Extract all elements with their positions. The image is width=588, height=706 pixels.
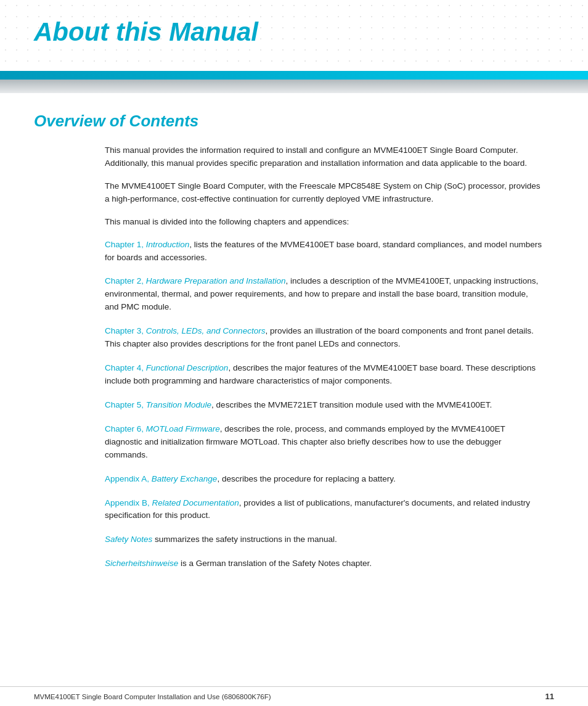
chapter-prefix-0: Chapter 1,: [105, 240, 146, 249]
chapter-entry-6: Appendix A, Battery Exchange, describes …: [105, 473, 542, 486]
page-title: About this Manual: [0, 0, 588, 47]
section-title: Overview of Contents: [34, 112, 554, 131]
footer-text: MVME4100ET Single Board Computer Install…: [34, 693, 271, 700]
chapter-entry-2: Chapter 3, Controls, LEDs, and Connector…: [105, 325, 542, 351]
page-number: 11: [545, 692, 554, 701]
chapter-prefix-4: Chapter 5,: [105, 400, 146, 409]
intro-paragraph-1: This manual provides the information req…: [105, 144, 542, 170]
intro-paragraph-3: This manual is divided into the followin…: [105, 216, 542, 229]
chapter-link-2[interactable]: Controls, LEDs, and Connectors: [146, 326, 266, 335]
gray-divider-bar: [0, 80, 588, 93]
blue-divider-bar: [0, 71, 588, 80]
content-body: This manual provides the information req…: [34, 144, 554, 570]
chapter-prefix-2: Chapter 3,: [105, 326, 146, 335]
chapter-suffix-8: summarizes the safety instructions in th…: [152, 535, 337, 544]
chapter-entry-3: Chapter 4, Functional Description, descr…: [105, 362, 542, 388]
chapter-entry-7: Appendix B, Related Documentation, provi…: [105, 497, 542, 523]
chapter-link-3[interactable]: Functional Description: [146, 363, 229, 372]
chapter-link-1[interactable]: Hardware Preparation and Installation: [146, 276, 286, 285]
page-header: About this Manual: [0, 0, 588, 71]
chapter-suffix-9: is a German translation of the Safety No…: [178, 559, 372, 568]
chapter-link-5[interactable]: MOTLoad Firmware: [146, 424, 220, 433]
chapter-link-7[interactable]: Related Documentation: [152, 498, 239, 507]
chapter-link-9[interactable]: Sicherheitshinweise: [105, 559, 178, 568]
chapter-entry-0: Chapter 1, Introduction, lists the featu…: [105, 239, 542, 265]
chapter-entry-4: Chapter 5, Transition Module, describes …: [105, 399, 542, 412]
chapter-link-8[interactable]: Safety Notes: [105, 535, 152, 544]
chapter-entry-8: Safety Notes summarizes the safety instr…: [105, 533, 542, 546]
chapter-prefix-3: Chapter 4,: [105, 363, 146, 372]
chapter-link-6[interactable]: Battery Exchange: [152, 474, 218, 483]
chapter-prefix-5: Chapter 6,: [105, 424, 146, 433]
chapter-entry-5: Chapter 6, MOTLoad Firmware, describes t…: [105, 423, 542, 462]
chapter-link-4[interactable]: Transition Module: [146, 400, 211, 409]
chapters-list: Chapter 1, Introduction, lists the featu…: [105, 239, 542, 571]
page-footer: MVME4100ET Single Board Computer Install…: [0, 686, 588, 706]
chapter-suffix-6: , describes the procedure for replacing …: [217, 474, 395, 483]
chapter-prefix-7: Appendix B,: [105, 498, 152, 507]
intro-paragraph-2: The MVME4100ET Single Board Computer, wi…: [105, 180, 542, 206]
chapter-entry-9: Sicherheitshinweise is a German translat…: [105, 557, 542, 570]
chapter-entry-1: Chapter 2, Hardware Preparation and Inst…: [105, 275, 542, 314]
chapter-prefix-1: Chapter 2,: [105, 276, 146, 285]
main-content: Overview of Contents This manual provide…: [0, 93, 588, 600]
chapter-prefix-6: Appendix A,: [105, 474, 152, 483]
chapter-link-0[interactable]: Introduction: [146, 240, 190, 249]
chapter-suffix-4: , describes the MVME721ET transition mod…: [211, 400, 492, 409]
